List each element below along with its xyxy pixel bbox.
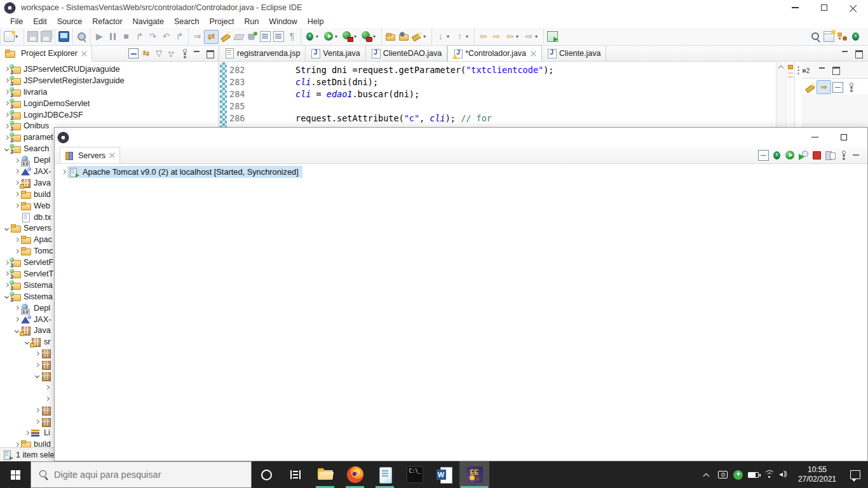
tray-antivirus[interactable]	[731, 461, 746, 488]
warning-marker-icon[interactable]	[788, 76, 793, 78]
expand-arrow-icon[interactable]	[3, 227, 10, 230]
tree-item[interactable]: LoginDemoServlet	[0, 98, 210, 109]
close-icon[interactable]	[531, 51, 536, 57]
servers-publish-button[interactable]	[824, 148, 837, 162]
expand-arrow-icon[interactable]	[3, 125, 10, 128]
editor-tab[interactable]: *Controlador.java	[447, 45, 542, 61]
expand-arrow-icon[interactable]	[33, 363, 41, 367]
menu-project[interactable]: Project	[205, 16, 240, 27]
debug-button[interactable]: ▾	[303, 30, 322, 44]
maximize-editor-button[interactable]	[852, 46, 865, 60]
tree-item[interactable]: JSPservletCRUDjavaguide	[0, 64, 210, 75]
maximize-view-button[interactable]	[203, 47, 216, 60]
forward-button[interactable]: ⇨▾	[522, 30, 541, 44]
debug-perspective-button[interactable]	[849, 30, 862, 44]
servers-profile-button[interactable]	[797, 148, 810, 162]
taskbar-explorer[interactable]	[310, 461, 340, 488]
expand-arrow-icon[interactable]	[3, 90, 10, 93]
view-menu-button[interactable]	[178, 47, 191, 60]
expand-arrow-icon[interactable]	[3, 102, 10, 105]
prev-annotation-page-button[interactable]	[272, 30, 285, 44]
expand-arrow-icon[interactable]	[23, 431, 31, 435]
expand-arrow-icon[interactable]	[13, 193, 20, 196]
servers-debug-button[interactable]	[770, 148, 783, 162]
toggle-watchpoint-button[interactable]	[75, 30, 88, 44]
close-icon[interactable]	[109, 152, 115, 158]
profile-on-server-button[interactable]: ▾	[360, 30, 379, 44]
open-perspective-button[interactable]	[822, 30, 836, 44]
task-view-button[interactable]	[281, 461, 310, 488]
new-wizard-button[interactable]: ▾	[3, 30, 22, 44]
disconnect-button[interactable]: ↱	[133, 30, 146, 44]
search-toolbar-button[interactable]	[809, 30, 822, 44]
expand-arrow-icon[interactable]	[13, 204, 20, 207]
run-button[interactable]: ▾	[322, 30, 341, 44]
tab-project-explorer[interactable]: Project Explorer	[0, 46, 92, 62]
expand-arrow-icon[interactable]	[3, 113, 10, 116]
filter-button[interactable]: ▽	[153, 47, 165, 60]
filters-button[interactable]	[803, 80, 817, 94]
warning-marker-icon[interactable]	[788, 72, 793, 74]
servers-window-minimize-button[interactable]	[800, 128, 829, 147]
tray-wifi[interactable]	[761, 461, 776, 488]
expand-arrow-icon[interactable]	[43, 397, 51, 400]
taskbar-eclipse[interactable]	[459, 461, 489, 488]
close-icon[interactable]	[81, 51, 87, 57]
warning-marker-icon[interactable]	[788, 65, 793, 69]
step-return-button[interactable]: ↱	[173, 30, 186, 44]
minimize-editor-button[interactable]	[839, 46, 852, 60]
taskbar-notepad[interactable]	[370, 461, 400, 488]
menu-help[interactable]: Help	[302, 16, 329, 27]
menu-refactor[interactable]: Refactor	[87, 16, 127, 27]
taskbar-search[interactable]	[31, 461, 252, 488]
new-open-type-button[interactable]	[384, 30, 397, 44]
expand-arrow-icon[interactable]	[3, 67, 10, 71]
javaee-perspective-button[interactable]	[836, 30, 849, 44]
tree-item[interactable]: JSPservletRegisterJavguide	[0, 75, 210, 86]
search-input[interactable]	[54, 470, 232, 480]
save-button[interactable]	[26, 30, 39, 44]
expand-arrow-icon[interactable]	[60, 170, 67, 173]
servers-stop-button[interactable]	[810, 148, 824, 162]
open-resource-button[interactable]	[397, 30, 410, 44]
window-close-button[interactable]	[839, 0, 868, 15]
editor-tab[interactable]: Venta.java	[306, 45, 365, 61]
terminate-button[interactable]: ■	[119, 30, 133, 44]
window-maximize-button[interactable]	[810, 0, 839, 15]
step-into-button[interactable]: ↷	[146, 30, 159, 44]
menu-search[interactable]: Search	[169, 16, 205, 27]
expand-arrow-icon[interactable]	[13, 443, 20, 446]
step-over-button[interactable]: ↶	[159, 30, 173, 44]
expand-arrow-icon[interactable]	[33, 420, 41, 423]
next-edit-location-button[interactable]: ⇨	[490, 30, 503, 44]
build-button[interactable]	[245, 30, 259, 44]
start-button[interactable]	[0, 461, 31, 488]
resume-button[interactable]: ▶	[93, 30, 106, 44]
show-skipped-breakpoints-button[interactable]: ⇒	[191, 30, 204, 44]
collapse-all-button[interactable]	[127, 47, 140, 60]
skip-all-breakpoints-button[interactable]: ⇄	[204, 30, 219, 44]
external-tools-button[interactable]: ▾	[410, 30, 430, 44]
servers-extra-button[interactable]	[850, 148, 864, 162]
servers-collapse-all-button[interactable]	[757, 148, 770, 162]
expand-arrow-icon[interactable]	[33, 352, 41, 355]
scroll-up-icon[interactable]	[778, 65, 783, 71]
taskbar-cmd[interactable]	[400, 461, 430, 488]
open-console-button[interactable]	[57, 30, 71, 44]
expand-arrow-icon[interactable]	[3, 295, 10, 298]
expand-arrow-icon[interactable]	[3, 272, 10, 275]
save-all-button[interactable]	[39, 30, 53, 44]
next-annotation-page-button[interactable]	[259, 30, 272, 44]
tree-item[interactable]: LoginJDBCeJSF	[0, 109, 210, 121]
link-with-editor-button[interactable]: ⇒	[817, 80, 831, 94]
expand-arrow-icon[interactable]	[13, 318, 20, 321]
minimize-view-button[interactable]	[191, 47, 203, 60]
back-button[interactable]: ⇦▾	[503, 30, 522, 44]
expand-arrow-icon[interactable]	[43, 386, 51, 389]
pin-editor-button[interactable]	[546, 30, 559, 44]
mark-occurrences-button[interactable]	[219, 30, 232, 44]
expand-arrow-icon[interactable]	[13, 250, 20, 253]
tab-overflow-indicator[interactable]: »2	[802, 66, 810, 75]
menu-source[interactable]: Source	[52, 16, 88, 27]
tray-screen-recorder[interactable]	[715, 461, 731, 488]
